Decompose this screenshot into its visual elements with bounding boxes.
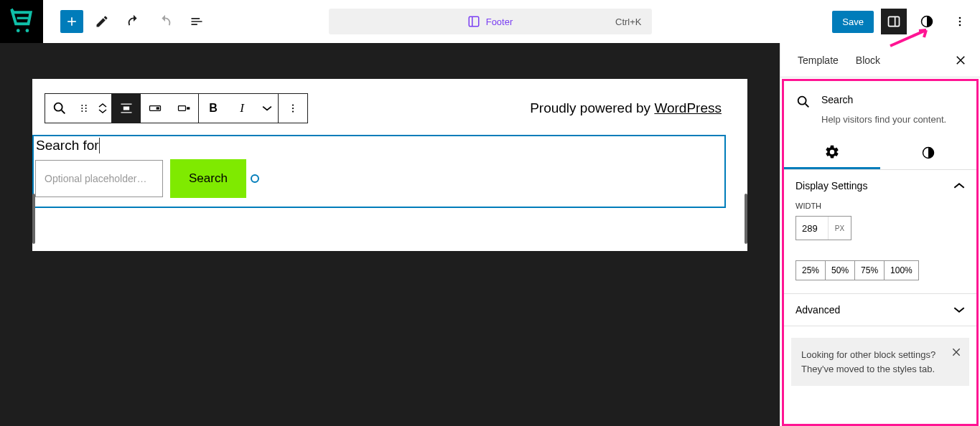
undo-icon [126,14,141,29]
tab-template[interactable]: Template [789,43,847,77]
svg-point-5 [959,17,961,19]
tools-button[interactable] [89,9,115,34]
svg-point-8 [55,103,62,111]
search-submit-button[interactable]: Search [170,159,246,198]
settings-sidebar-toggle[interactable] [881,9,907,34]
italic-icon: I [240,101,244,115]
width-unit[interactable]: PX [828,217,851,240]
more-vertical-icon [953,14,967,29]
document-title-bar[interactable]: Footer Ctrl+K [329,9,652,34]
panel-advanced: Advanced [784,294,976,326]
undo-button[interactable] [121,9,146,34]
block-options-button[interactable] [279,94,307,123]
shortcut-hint: Ctrl+K [615,16,641,27]
search-block[interactable]: Search for Search [32,135,726,208]
cart-logo-icon [8,8,35,35]
wordpress-link[interactable]: WordPress [654,100,722,115]
panel-toggle-display[interactable]: Display Settings [784,170,976,202]
preset-50[interactable]: 50% [826,260,855,280]
redo-icon [157,14,173,29]
svg-rect-2 [469,16,479,27]
align-none-button[interactable] [112,94,141,123]
settings-subtabs [784,136,976,170]
width-label: Width [795,202,965,210]
document-title: Footer [486,16,513,27]
sidebar-tabs: Template Block [780,43,980,77]
add-block-button[interactable] [60,10,83,33]
editor-canvas[interactable]: B I Proudly powered by WordPress Search … [0,43,780,426]
width-control: PX [795,216,851,240]
search-icon [795,94,811,110]
svg-point-21 [292,108,294,109]
svg-point-14 [85,110,87,112]
preset-75[interactable]: 75% [855,260,885,280]
notice-dismiss[interactable] [951,346,962,358]
svg-point-12 [85,108,87,109]
top-toolbar: Footer Ctrl+K Save [0,0,980,43]
redo-button[interactable] [152,9,178,34]
block-type-button[interactable] [45,94,74,123]
button-outside-button[interactable] [169,94,198,123]
powered-by-text: Proudly powered by WordPress [530,100,722,116]
subtab-settings[interactable] [784,136,880,169]
svg-rect-19 [187,107,190,109]
svg-point-10 [85,105,87,106]
resize-handle-left[interactable] [32,194,35,244]
gear-icon [824,144,840,160]
toolbar-left [60,9,210,34]
styles-toggle[interactable] [914,9,940,34]
search-label-input[interactable]: Search for [35,138,100,153]
svg-point-1 [26,29,29,32]
width-input[interactable] [796,217,828,240]
panel-title-display: Display Settings [795,180,953,191]
preset-100[interactable]: 100% [885,260,919,280]
sidebar-icon [887,14,901,29]
search-placeholder-input[interactable] [35,160,163,197]
chevron-down-icon [953,304,965,316]
panel-toggle-advanced[interactable]: Advanced [784,294,976,326]
italic-button[interactable]: I [228,94,256,123]
styles-notice: Looking for other block settings? They'v… [791,338,969,386]
drag-handle[interactable] [74,94,94,123]
search-icon [52,100,67,116]
plus-icon [65,14,79,29]
svg-rect-3 [889,16,900,26]
save-button[interactable]: Save [832,11,874,33]
chevron-down-icon [98,108,107,114]
panel-title-advanced: Advanced [795,304,953,316]
toolbar-right: Save [832,9,973,34]
more-format-button[interactable] [256,94,278,123]
resize-handle-right[interactable] [745,194,747,244]
chevron-up-icon [953,180,965,191]
svg-point-11 [81,108,83,109]
pencil-icon [95,14,109,29]
button-inside-button[interactable] [141,94,169,123]
svg-point-23 [798,97,806,105]
block-description: Help visitors find your content. [821,114,965,125]
svg-rect-15 [123,107,129,110]
preset-25[interactable]: 25% [795,260,826,280]
list-icon [190,14,204,29]
bold-button[interactable]: B [199,94,228,123]
close-sidebar-button[interactable] [950,49,971,71]
close-icon [954,54,967,67]
svg-point-7 [959,24,961,27]
move-arrows[interactable] [94,94,111,123]
options-button[interactable] [947,9,973,34]
align-default-icon [119,101,134,115]
panel-display-settings: Display Settings Width PX 25% 50% 75% 10… [784,170,976,294]
svg-rect-17 [157,107,159,109]
more-vertical-icon [286,102,299,115]
width-resize-handle[interactable] [251,174,259,183]
button-inside-icon [148,101,162,115]
powered-prefix: Proudly powered by [530,100,654,115]
list-view-button[interactable] [184,9,210,34]
subtab-styles[interactable] [880,136,976,169]
tab-block[interactable]: Block [847,43,889,77]
site-logo[interactable] [0,0,43,43]
block-info: Search Help visitors find your content. [784,81,976,136]
layout-icon [467,15,480,28]
width-presets: 25% 50% 75% 100% [795,260,965,280]
button-outside-icon [177,101,191,115]
block-name: Search [821,94,853,105]
